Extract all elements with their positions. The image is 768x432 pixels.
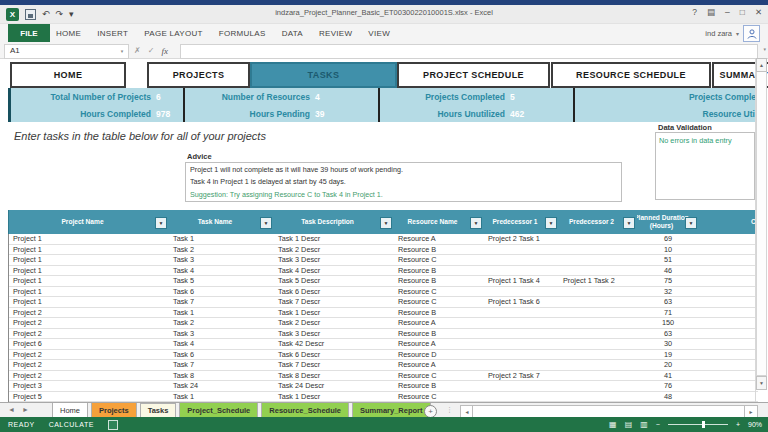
cell[interactable] — [559, 287, 637, 297]
cell[interactable] — [559, 381, 637, 391]
vertical-scrollbar[interactable] — [756, 72, 767, 376]
minimize-button[interactable]: – — [725, 7, 730, 17]
file-tab[interactable]: FILE — [8, 24, 50, 42]
cell[interactable]: Project 1 — [9, 297, 169, 307]
scroll-up-icon[interactable]: ▲ — [756, 58, 767, 72]
cell[interactable]: Task 6 — [169, 350, 274, 360]
cell[interactable]: Project 1 — [9, 276, 169, 286]
cell[interactable] — [699, 350, 758, 360]
nav-button-home[interactable]: HOME — [10, 62, 126, 88]
cell[interactable]: Task 1 — [169, 308, 274, 318]
cell[interactable]: 48 — [637, 392, 699, 402]
cell[interactable] — [559, 308, 637, 318]
cell[interactable]: Project 1 — [9, 266, 169, 276]
close-button[interactable]: ✕ — [755, 7, 762, 17]
sheet-tab-home[interactable]: Home — [52, 403, 88, 418]
cell[interactable]: Resource A — [394, 360, 484, 370]
cell[interactable]: Task 7 — [169, 297, 274, 307]
cell[interactable]: Task 5 Descr — [274, 276, 394, 286]
cell[interactable]: Project 1 — [9, 287, 169, 297]
cell[interactable] — [699, 392, 758, 402]
cell[interactable]: 63 — [637, 297, 699, 307]
zoom-in-icon[interactable]: + — [736, 421, 740, 428]
cell[interactable]: 46 — [637, 266, 699, 276]
tab-scroll-left-icon[interactable]: ◄ — [8, 406, 15, 413]
cell[interactable]: Task 2 — [169, 318, 274, 328]
cell[interactable] — [699, 329, 758, 339]
cell[interactable] — [484, 392, 559, 402]
cell[interactable]: Project 2 — [9, 329, 169, 339]
cell[interactable] — [559, 339, 637, 349]
scroll-down-icon[interactable]: ▼ — [756, 376, 767, 390]
cell[interactable]: Task 24 Descr — [274, 381, 394, 391]
account-name[interactable]: ind zara — [705, 29, 732, 38]
cell[interactable] — [699, 287, 758, 297]
cell[interactable]: Task 1 — [169, 234, 274, 244]
cell[interactable]: Resource C — [394, 255, 484, 265]
cell[interactable] — [699, 297, 758, 307]
cell[interactable]: Task 4 Descr — [274, 266, 394, 276]
cell[interactable]: Resource B — [394, 381, 484, 391]
ribbon-tab-home[interactable]: HOME — [56, 29, 81, 38]
filter-button[interactable]: ▼ — [260, 217, 272, 229]
ribbon-tab-view[interactable]: VIEW — [368, 29, 390, 38]
cell[interactable] — [699, 266, 758, 276]
cell[interactable]: 10 — [637, 245, 699, 255]
cell[interactable] — [559, 392, 637, 402]
cell[interactable] — [699, 371, 758, 381]
cell[interactable]: Task 7 — [169, 360, 274, 370]
cell[interactable]: Resource C — [394, 297, 484, 307]
sheet-tab-resource-schedule[interactable]: Resource_Schedule — [261, 403, 349, 418]
insert-function-icon[interactable]: fx — [161, 46, 168, 56]
cell[interactable] — [699, 381, 758, 391]
cell[interactable] — [699, 255, 758, 265]
ribbon-tab-insert[interactable]: INSERT — [97, 29, 128, 38]
filter-button[interactable]: ▼ — [380, 217, 392, 229]
cell[interactable] — [484, 329, 559, 339]
cell[interactable]: Task 1 Descr — [274, 392, 394, 402]
sheet-tab-projects[interactable]: Projects — [91, 403, 137, 418]
ribbon-tab-review[interactable]: REVIEW — [319, 29, 352, 38]
cell[interactable]: Project 5 — [9, 392, 169, 402]
enter-icon[interactable]: ✓ — [148, 46, 155, 55]
cell[interactable]: Resource B — [394, 276, 484, 286]
cell[interactable] — [699, 276, 758, 286]
normal-view-icon[interactable]: ▦ — [609, 420, 617, 429]
cell[interactable] — [559, 350, 637, 360]
zoom-slider[interactable] — [668, 424, 728, 425]
nav-button-tasks[interactable]: TASKS — [250, 62, 397, 88]
cell[interactable] — [699, 308, 758, 318]
ribbon-tab-page-layout[interactable]: PAGE LAYOUT — [144, 29, 203, 38]
cell[interactable] — [699, 339, 758, 349]
cell[interactable] — [484, 308, 559, 318]
tab-scroll-right-icon[interactable]: ► — [22, 406, 29, 413]
cell[interactable]: Resource D — [394, 350, 484, 360]
cell[interactable]: 63 — [637, 329, 699, 339]
cell[interactable]: 19 — [637, 350, 699, 360]
cell[interactable]: Resource B — [394, 308, 484, 318]
filter-button[interactable]: ▼ — [685, 217, 697, 229]
cell[interactable] — [484, 266, 559, 276]
cell[interactable] — [559, 318, 637, 328]
cell[interactable]: 69 — [637, 234, 699, 244]
cell[interactable]: Project 2 — [9, 350, 169, 360]
cell[interactable]: Resource C — [394, 287, 484, 297]
cell[interactable]: Project 1 Task 6 — [484, 297, 559, 307]
cell[interactable]: Project 1 Task 4 — [484, 276, 559, 286]
cell[interactable] — [484, 287, 559, 297]
sheet-tab-summary-report[interactable]: Summary_Report — [352, 403, 431, 418]
cell[interactable]: Project 2 — [9, 371, 169, 381]
cell[interactable] — [484, 245, 559, 255]
zoom-out-icon[interactable]: − — [656, 421, 660, 428]
cell[interactable]: Task 1 Descr — [274, 308, 394, 318]
cell[interactable]: Resource B — [394, 245, 484, 255]
ribbon-tab-formulas[interactable]: FORMULAS — [219, 29, 266, 38]
cell[interactable]: Task 3 — [169, 329, 274, 339]
nav-button-projects[interactable]: PROJECTS — [147, 62, 250, 88]
cell[interactable]: Resource B — [394, 329, 484, 339]
cell[interactable]: Resource C — [394, 371, 484, 381]
cell[interactable]: Task 3 Descr — [274, 329, 394, 339]
cell[interactable] — [484, 381, 559, 391]
cell[interactable]: Task 5 — [169, 276, 274, 286]
maximize-button[interactable]: □ — [740, 7, 745, 17]
